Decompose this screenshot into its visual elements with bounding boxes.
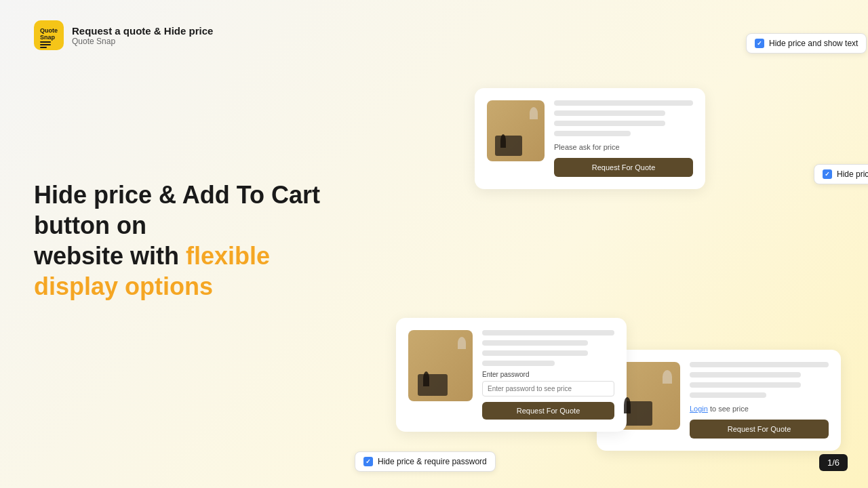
card2-badge: Hide price & require 'Login' to see <box>814 164 868 184</box>
card3: Enter password Request For Quote <box>396 318 627 432</box>
card3-badge-label: Hide price & require password <box>378 457 487 466</box>
card1: Please ask for price Request For Quote <box>475 88 705 189</box>
header-text: Request a quote & Hide price Quote Snap <box>72 25 213 46</box>
skeleton-desc3a <box>482 340 588 346</box>
card3-content: Enter password Request For Quote <box>482 330 614 420</box>
card3-request-button[interactable]: Request For Quote <box>482 402 614 420</box>
card2-request-button[interactable]: Request For Quote <box>690 420 829 439</box>
skeleton-desc2b <box>690 382 801 388</box>
logo-lines-icon <box>40 41 51 43</box>
card2-login-text: Login to see price <box>690 405 829 413</box>
card1-checkbox-icon <box>755 39 764 48</box>
card2-login-link[interactable]: Login <box>690 405 708 413</box>
skeleton-desc3c <box>482 361 555 366</box>
card1-price-text: Please ask for price <box>554 143 693 151</box>
logo-text-line2: Snap <box>40 35 55 41</box>
logo-text-line1: Quote <box>40 28 58 34</box>
page-counter-text: 1/6 <box>827 458 840 468</box>
card1-content: Please ask for price Request For Quote <box>554 100 693 177</box>
skeleton-title2 <box>690 362 829 367</box>
card1-badge-label: Hide price and show text <box>769 39 858 48</box>
skeleton-desc3b <box>482 350 588 356</box>
card2-badge-label: Hide price & require 'Login' to see <box>837 169 868 179</box>
skeleton-desc3 <box>554 131 631 136</box>
card3-product-image <box>408 330 473 401</box>
main-heading: Hide price & Add To Cart button on websi… <box>34 180 359 302</box>
page-counter: 1/6 <box>819 454 848 471</box>
heading-line2: website with <box>34 242 186 270</box>
skeleton-desc2a <box>690 372 801 378</box>
skeleton-title <box>554 100 693 106</box>
skeleton-desc1 <box>554 110 665 116</box>
card1-badge: Hide price and show text <box>746 33 867 54</box>
heading-line1: Hide price & Add To Cart button on <box>34 181 320 239</box>
header: Quote Snap Request a quote & Hide price … <box>34 20 213 50</box>
card2-login-suffix: to see price <box>708 405 749 413</box>
skeleton-title3 <box>482 330 614 336</box>
card2-content: Login to see price Request For Quote <box>690 362 829 439</box>
card3-password-label: Enter password <box>482 371 614 378</box>
skeleton-desc2c <box>690 392 766 398</box>
app-subtitle: Quote Snap <box>72 37 213 46</box>
skeleton-desc2 <box>554 121 665 126</box>
card2: Login to see price Request For Quote <box>597 350 841 451</box>
card3-password-input[interactable] <box>482 381 614 396</box>
app-title: Request a quote & Hide price <box>72 25 213 37</box>
card3-badge: Hide price & require password <box>355 451 496 472</box>
card1-request-button[interactable]: Request For Quote <box>554 158 693 177</box>
card2-checkbox-icon <box>823 169 832 179</box>
logo: Quote Snap <box>34 20 64 50</box>
card1-product-image <box>487 100 545 161</box>
heading-text: Hide price & Add To Cart button on websi… <box>34 180 359 302</box>
card3-checkbox-icon <box>363 457 373 466</box>
